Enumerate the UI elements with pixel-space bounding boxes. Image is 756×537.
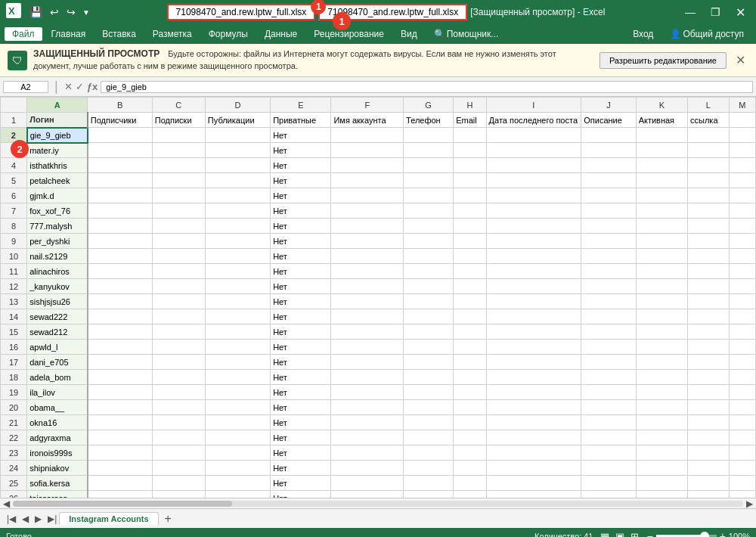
cell-r19-c9[interactable] (581, 385, 636, 400)
cell-r9-c7[interactable] (454, 234, 486, 249)
cell-r22-c4[interactable]: Нет (271, 430, 331, 445)
cell-r23-c9[interactable] (581, 445, 636, 461)
cell-r18-c6[interactable] (404, 370, 454, 385)
cell-r10-c0[interactable]: nail.s2129 (27, 249, 88, 264)
cell-r3-c4[interactable]: Нет (271, 143, 331, 158)
cell-r7-c3[interactable] (205, 203, 270, 219)
cell-r20-c7[interactable] (454, 400, 486, 415)
cell-r20-c9[interactable] (581, 400, 636, 415)
cell-r17-c8[interactable] (486, 355, 581, 370)
cell-r17-c10[interactable] (636, 355, 687, 370)
cell-r3-c11[interactable] (688, 143, 730, 158)
cell-r10-c11[interactable] (688, 249, 730, 264)
cell-r24-c2[interactable] (152, 461, 205, 476)
menu-home[interactable]: Главная (44, 27, 94, 41)
cell-r13-c6[interactable] (404, 294, 454, 309)
normal-view-btn[interactable]: ▦ (599, 531, 611, 538)
cell-r23-c2[interactable] (152, 445, 205, 461)
cell-r7-c1[interactable] (88, 203, 152, 219)
cell-r17-c11[interactable] (688, 355, 730, 370)
cell-r26-c1[interactable] (88, 491, 152, 498)
cell-r4-c3[interactable] (205, 158, 270, 173)
cell-r24-c0[interactable]: shipniakov (27, 461, 88, 476)
cell-r16-c12[interactable] (729, 340, 755, 355)
header-cell-10[interactable]: Активная (636, 113, 687, 128)
add-sheet-btn[interactable]: + (160, 512, 176, 526)
cell-r24-c6[interactable] (404, 461, 454, 476)
cell-r10-c8[interactable] (486, 249, 581, 264)
cell-r2-c8[interactable] (486, 128, 581, 143)
cell-r22-c0[interactable]: adgyraxma (27, 430, 88, 445)
cell-r16-c6[interactable] (404, 340, 454, 355)
header-cell-8[interactable]: Дата последнего поста (486, 113, 581, 128)
close-protected-bar-btn[interactable]: ✕ (733, 53, 748, 67)
sheet-nav-last[interactable]: ▶| (45, 514, 59, 524)
cell-r5-c8[interactable] (486, 173, 581, 188)
cell-r7-c9[interactable] (581, 203, 636, 219)
cell-r2-c12[interactable] (729, 128, 755, 143)
cell-r14-c10[interactable] (636, 309, 687, 324)
cell-r19-c1[interactable] (88, 385, 152, 400)
cell-r13-c5[interactable] (331, 294, 404, 309)
cell-r7-c2[interactable] (152, 203, 205, 219)
cell-r12-c6[interactable] (404, 279, 454, 294)
cell-r16-c4[interactable]: Нет (271, 340, 331, 355)
cell-r15-c6[interactable] (404, 324, 454, 340)
cell-r23-c4[interactable]: Нет (271, 445, 331, 461)
minimize-btn[interactable]: — (680, 6, 700, 18)
cell-r18-c4[interactable]: Нет (271, 370, 331, 385)
cell-r11-c3[interactable] (205, 264, 270, 279)
cell-r16-c2[interactable] (152, 340, 205, 355)
cell-r17-c3[interactable] (205, 355, 270, 370)
cell-r4-c0[interactable]: isthatkhris (27, 158, 88, 173)
cell-r18-c7[interactable] (454, 370, 486, 385)
cell-r26-c3[interactable] (205, 491, 270, 498)
header-cell-4[interactable]: Приватные (271, 113, 331, 128)
cell-r14-c6[interactable] (404, 309, 454, 324)
scroll-left-btn[interactable]: ◀ (3, 498, 10, 509)
cell-r24-c8[interactable] (486, 461, 581, 476)
cell-r14-c4[interactable]: Нет (271, 309, 331, 324)
col-header-h[interactable]: H (454, 98, 486, 113)
cell-r8-c1[interactable] (88, 219, 152, 234)
cell-r23-c0[interactable]: ironois999s (27, 445, 88, 461)
cell-r8-c11[interactable] (688, 219, 730, 234)
cell-r11-c2[interactable] (152, 264, 205, 279)
cell-r11-c10[interactable] (636, 264, 687, 279)
cell-r17-c4[interactable]: Нет (271, 355, 331, 370)
cell-r18-c1[interactable] (88, 370, 152, 385)
cell-r9-c3[interactable] (205, 234, 270, 249)
cell-r3-c8[interactable] (486, 143, 581, 158)
cell-r9-c2[interactable] (152, 234, 205, 249)
cell-r4-c6[interactable] (404, 158, 454, 173)
insert-function-icon[interactable]: ƒx (87, 81, 98, 92)
cell-r20-c5[interactable] (331, 400, 404, 415)
zoom-out-btn[interactable]: − (646, 530, 652, 537)
cell-r21-c3[interactable] (205, 415, 270, 430)
cell-r26-c7[interactable] (454, 491, 486, 498)
cell-r19-c4[interactable]: Нет (271, 385, 331, 400)
cell-r12-c4[interactable]: Нет (271, 279, 331, 294)
cell-r6-c4[interactable]: Нет (271, 188, 331, 203)
cell-r16-c5[interactable] (331, 340, 404, 355)
cell-r5-c0[interactable]: petalcheek (27, 173, 88, 188)
cell-r11-c11[interactable] (688, 264, 730, 279)
cell-r16-c10[interactable] (636, 340, 687, 355)
cell-r12-c7[interactable] (454, 279, 486, 294)
cell-r25-c8[interactable] (486, 476, 581, 491)
header-cell-5[interactable]: Имя аккаунта (331, 113, 404, 128)
cell-r4-c11[interactable] (688, 158, 730, 173)
cell-r22-c6[interactable] (404, 430, 454, 445)
col-header-l[interactable]: L (688, 98, 730, 113)
cell-r25-c12[interactable] (729, 476, 755, 491)
cell-r7-c12[interactable] (729, 203, 755, 219)
cell-r25-c11[interactable] (688, 476, 730, 491)
cell-r2-c6[interactable] (404, 128, 454, 143)
cell-r15-c7[interactable] (454, 324, 486, 340)
cell-r5-c12[interactable] (729, 173, 755, 188)
cell-r21-c4[interactable]: Нет (271, 415, 331, 430)
cell-r11-c7[interactable] (454, 264, 486, 279)
cell-r15-c2[interactable] (152, 324, 205, 340)
cell-r8-c12[interactable] (729, 219, 755, 234)
cell-r6-c9[interactable] (581, 188, 636, 203)
